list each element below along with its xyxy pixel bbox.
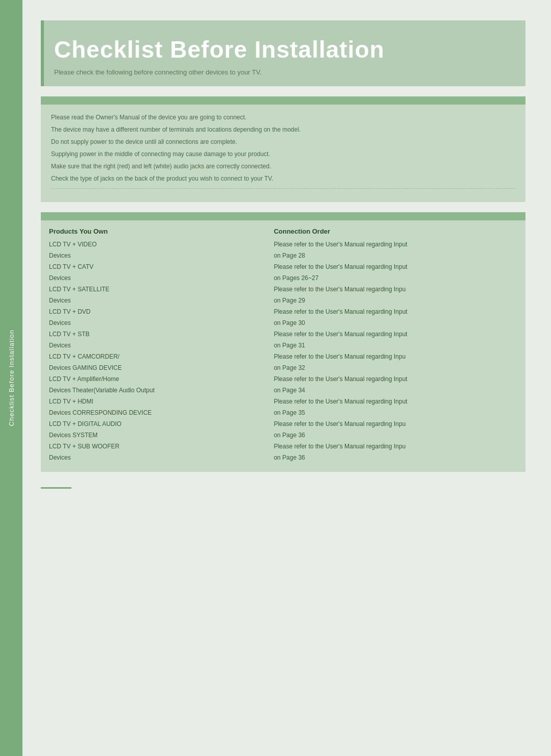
col-header-connection: Connection Order xyxy=(274,228,517,235)
page-subtitle: Please check the following before connec… xyxy=(54,68,510,76)
cell-connection-14: Please refer to the User's Manual regard… xyxy=(274,396,517,407)
table-row: Devices on Page 31 xyxy=(49,340,517,350)
cell-product-9: Devices xyxy=(49,340,274,350)
cell-product-16: LCD TV + DIGITAL AUDIO xyxy=(49,419,274,429)
table-row: Devices SYSTEM on Page 36 xyxy=(49,430,517,440)
table-col-headers: Products You Own Connection Order xyxy=(49,225,517,237)
cell-connection-18: Please refer to the User's Manual regard… xyxy=(274,441,517,451)
table-row: LCD TV + Amplifier/Home Please refer to … xyxy=(49,374,517,384)
cell-connection-7: on Page 30 xyxy=(274,318,517,328)
page-line xyxy=(41,487,71,489)
cell-product-19: Devices xyxy=(49,452,274,463)
cell-product-14: LCD TV + HDMI xyxy=(49,396,274,407)
cell-product-6: LCD TV + DVD xyxy=(49,307,274,317)
title-section: Checklist Before Installation Please che… xyxy=(41,20,525,86)
cell-product-5: Devices xyxy=(49,295,274,306)
table-section-header xyxy=(41,212,525,220)
cell-connection-16: Please refer to the User's Manual regard… xyxy=(274,419,517,429)
cell-connection-12: Please refer to the User's Manual regard… xyxy=(274,374,517,384)
cell-product-4: LCD TV + SATELLITE xyxy=(49,284,274,294)
cell-connection-5: on Page 29 xyxy=(274,295,517,306)
cell-product-8: LCD TV + STB xyxy=(49,329,274,339)
notes-section-body: Please read the Owner's Manual of the de… xyxy=(41,105,525,202)
notes-section-header xyxy=(41,96,525,105)
sidebar-label: Checklist Before Installation xyxy=(8,330,15,426)
table-row: LCD TV + HDMI Please refer to the User's… xyxy=(49,396,517,407)
note-1: Please read the Owner's Manual of the de… xyxy=(51,113,515,122)
table-row: Devices GAMING DEVICE on Page 32 xyxy=(49,363,517,373)
cell-connection-3: on Pages 26~27 xyxy=(274,273,517,283)
cell-connection-9: on Page 31 xyxy=(274,340,517,350)
cell-product-12: LCD TV + Amplifier/Home xyxy=(49,374,274,384)
cell-connection-6: Please refer to the User's Manual regard… xyxy=(274,307,517,317)
cell-connection-19: on Page 36 xyxy=(274,452,517,463)
table-row: LCD TV + DVD Please refer to the User's … xyxy=(49,307,517,317)
table-row: LCD TV + SUB WOOFER Please refer to the … xyxy=(49,441,517,451)
table-row: LCD TV + DIGITAL AUDIO Please refer to t… xyxy=(49,419,517,429)
table-row: LCD TV + SATELLITE Please refer to the U… xyxy=(49,284,517,294)
note-2: The device may have a different number o… xyxy=(51,125,515,134)
table-row: Devices on Pages 26~27 xyxy=(49,273,517,283)
col-header-products: Products You Own xyxy=(49,228,274,235)
cell-connection-11: on Page 32 xyxy=(274,363,517,373)
sidebar: Checklist Before Installation xyxy=(0,0,22,756)
cell-product-13: Devices Theater(Variable Audio Output xyxy=(49,385,274,395)
note-6: Check the type of jacks on the back of t… xyxy=(51,174,515,183)
table-row: LCD TV + VIDEO Please refer to the User'… xyxy=(49,239,517,249)
cell-product-0: LCD TV + VIDEO xyxy=(49,239,274,249)
cell-connection-1: on Page 28 xyxy=(274,250,517,261)
page-title: Checklist Before Installation xyxy=(54,36,510,63)
cell-product-10: LCD TV + CAMCORDER/ xyxy=(49,351,274,362)
cell-connection-10: Please refer to the User's Manual regard… xyxy=(274,351,517,362)
divider xyxy=(51,188,515,189)
cell-product-18: LCD TV + SUB WOOFER xyxy=(49,441,274,451)
table-row: LCD TV + STB Please refer to the User's … xyxy=(49,329,517,339)
cell-connection-13: on Page 34 xyxy=(274,385,517,395)
table-row: Devices Theater(Variable Audio Output on… xyxy=(49,385,517,395)
main-content: Checklist Before Installation Please che… xyxy=(31,0,536,509)
cell-connection-17: on Page 36 xyxy=(274,430,517,440)
table-row: Devices on Page 30 xyxy=(49,318,517,328)
table-row: Devices on Page 28 xyxy=(49,250,517,261)
note-4: Supplying power in the middle of connect… xyxy=(51,149,515,159)
cell-product-2: LCD TV + CATV xyxy=(49,262,274,272)
note-5: Make sure that the right (red) and left … xyxy=(51,162,515,171)
table-body: Products You Own Connection Order LCD TV… xyxy=(41,220,525,472)
note-3: Do not supply power to the device until … xyxy=(51,137,515,146)
table-row: Devices on Page 29 xyxy=(49,295,517,306)
cell-connection-2: Please refer to the User's Manual regard… xyxy=(274,262,517,272)
cell-product-17: Devices SYSTEM xyxy=(49,430,274,440)
cell-connection-8: Please refer to the User's Manual regard… xyxy=(274,329,517,339)
cell-product-1: Devices xyxy=(49,250,274,261)
cell-product-15: Devices CORRESPONDING DEVICE xyxy=(49,408,274,418)
cell-connection-15: on Page 35 xyxy=(274,408,517,418)
table-section: Products You Own Connection Order LCD TV… xyxy=(41,212,525,472)
bottom-area xyxy=(41,487,525,489)
cell-product-3: Devices xyxy=(49,273,274,283)
cell-product-11: Devices GAMING DEVICE xyxy=(49,363,274,373)
table-row: Devices on Page 36 xyxy=(49,452,517,463)
table-row: LCD TV + CAMCORDER/ Please refer to the … xyxy=(49,351,517,362)
table-row: Devices CORRESPONDING DEVICE on Page 35 xyxy=(49,408,517,418)
notes-section: Please read the Owner's Manual of the de… xyxy=(41,96,525,202)
cell-connection-0: Please refer to the User's Manual regard… xyxy=(274,239,517,249)
cell-connection-4: Please refer to the User's Manual regard… xyxy=(274,284,517,294)
cell-product-7: Devices xyxy=(49,318,274,328)
table-row: LCD TV + CATV Please refer to the User's… xyxy=(49,262,517,272)
